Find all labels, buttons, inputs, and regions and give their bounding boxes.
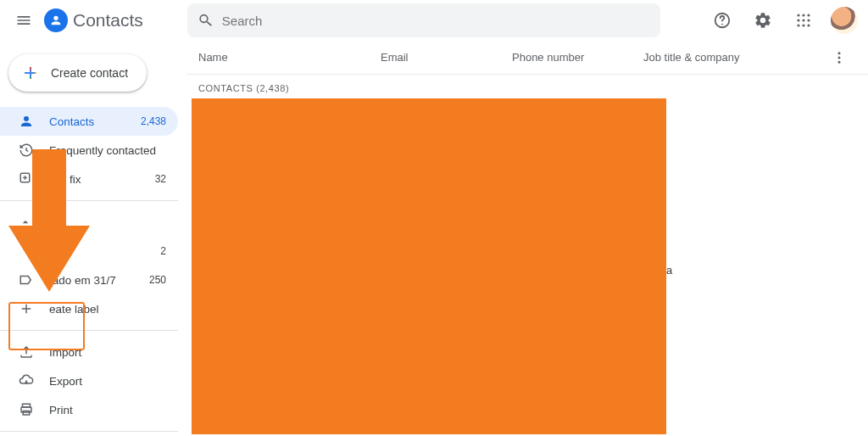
sidebar-item-import[interactable]: Import xyxy=(0,338,178,366)
cropped-text: a xyxy=(666,264,672,277)
svg-point-8 xyxy=(797,24,799,26)
svg-point-7 xyxy=(807,19,810,21)
more-vert-icon xyxy=(832,50,847,65)
sidebar-item-frequent[interactable]: Frequently contacted xyxy=(0,136,178,165)
divider xyxy=(0,200,178,201)
account-button[interactable] xyxy=(827,3,861,37)
cloud-download-icon xyxy=(19,373,34,388)
search-box[interactable] xyxy=(187,3,660,37)
svg-point-4 xyxy=(807,14,810,16)
sidebar-item-print[interactable]: Print xyxy=(0,395,178,424)
list-settings-button[interactable] xyxy=(822,41,856,75)
upload-icon xyxy=(19,344,34,360)
help-button[interactable] xyxy=(705,3,739,37)
sidebar-item-label: Frequently contacted xyxy=(49,144,156,157)
main-content: Name Email Phone number Job title & comp… xyxy=(186,41,868,436)
svg-point-1 xyxy=(721,24,723,25)
column-header-row: Name Email Phone number Job title & comp… xyxy=(186,41,868,75)
print-icon xyxy=(19,402,34,417)
divider xyxy=(0,431,178,432)
svg-point-2 xyxy=(797,14,799,16)
sidebar-item-label-2[interactable]: tado em 31/7 250 xyxy=(0,266,178,294)
col-email: Email xyxy=(381,51,512,64)
create-contact-label: Create contact xyxy=(51,66,128,80)
app-title: Contacts xyxy=(73,10,143,31)
sidebar-item-export[interactable]: Export xyxy=(0,366,178,395)
label-icon xyxy=(19,272,34,288)
sidebar-item-count: 32 xyxy=(155,173,166,185)
person-icon xyxy=(19,114,34,129)
top-actions xyxy=(705,3,861,37)
sidebar: Create contact Contacts 2,438 Frequently… xyxy=(0,41,178,436)
svg-point-18 xyxy=(838,56,841,59)
sidebar-item-label: tado em 31/7 xyxy=(49,274,116,287)
top-bar: Contacts xyxy=(0,0,868,41)
sidebar-item-label: Contacts xyxy=(49,115,94,128)
sidebar-item-count: 2 xyxy=(160,245,166,257)
apps-grid-icon xyxy=(796,13,811,28)
chevron-up-icon xyxy=(19,215,32,229)
apps-button[interactable] xyxy=(787,3,821,37)
create-contact-button[interactable]: Create contact xyxy=(8,54,147,92)
sidebar-item-count: 250 xyxy=(149,274,166,286)
sidebar-item-contacts[interactable]: Contacts 2,438 xyxy=(0,107,178,136)
sidebar-item-count: 2,438 xyxy=(141,115,166,127)
svg-point-3 xyxy=(802,14,804,16)
svg-point-19 xyxy=(838,60,841,63)
main-menu-button[interactable] xyxy=(7,3,41,37)
hamburger-icon xyxy=(15,12,32,29)
svg-point-5 xyxy=(797,19,799,21)
plus-thin-icon xyxy=(19,301,34,316)
gear-icon xyxy=(754,11,772,30)
svg-point-17 xyxy=(838,52,841,54)
sidebar-item-labels-header[interactable]: s xyxy=(0,208,178,237)
contacts-logo-icon xyxy=(44,8,68,32)
redaction-overlay xyxy=(192,98,666,434)
sidebar-item-label: Print xyxy=(49,404,73,416)
svg-point-9 xyxy=(802,24,804,26)
search-input[interactable] xyxy=(222,14,650,28)
contacts-section-title: CONTACTS (2,438) xyxy=(186,75,868,98)
sidebar-item-label: e & fix xyxy=(49,173,81,186)
col-name: Name xyxy=(198,51,381,64)
col-phone: Phone number xyxy=(512,51,643,64)
plus-icon xyxy=(20,63,41,83)
sidebar-item-create-label[interactable]: eate label xyxy=(0,294,178,323)
svg-point-10 xyxy=(807,24,810,26)
search-icon xyxy=(198,12,214,29)
merge-icon xyxy=(19,171,34,187)
sidebar-item-label: eate label xyxy=(49,303,99,316)
divider xyxy=(0,330,178,331)
sidebar-item-label: Export xyxy=(49,375,82,388)
app-logo: Contacts xyxy=(44,8,143,32)
avatar xyxy=(831,7,858,34)
sidebar-item-merge-fix[interactable]: e & fix 32 xyxy=(0,165,178,193)
history-icon xyxy=(19,143,34,158)
col-job: Job title & company xyxy=(643,51,739,64)
help-icon xyxy=(713,11,732,30)
sidebar-item-label-1[interactable]: 2 xyxy=(0,237,178,266)
settings-button[interactable] xyxy=(746,3,780,37)
sidebar-item-label: s xyxy=(47,216,53,229)
svg-point-6 xyxy=(802,19,804,21)
sidebar-item-label: Import xyxy=(49,346,81,359)
